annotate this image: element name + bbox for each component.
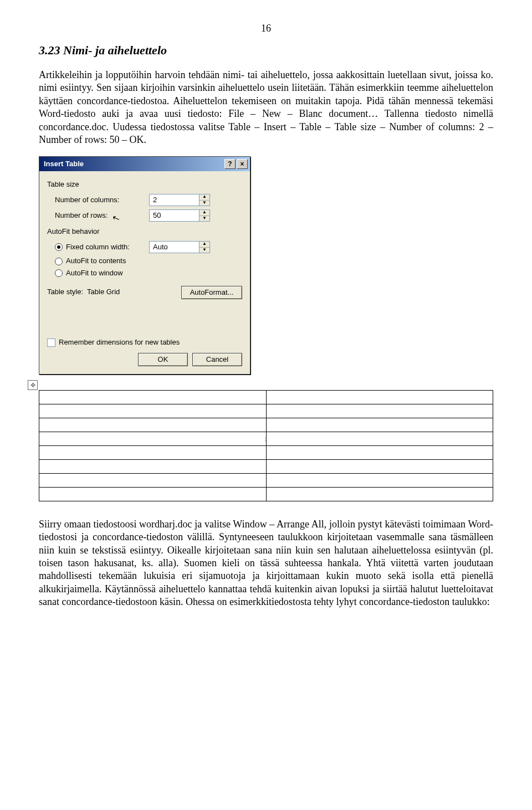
label-rows: Number of rows: ↖ [47, 211, 149, 221]
fixed-width-input[interactable]: Auto ▲ ▼ [149, 241, 210, 253]
table-move-handle-icon[interactable]: ✥ [28, 380, 38, 390]
spin-down-icon[interactable]: ▼ [200, 216, 209, 222]
table-row[interactable] [39, 404, 493, 418]
remember-checkbox[interactable] [47, 339, 55, 347]
label-table-style: Table style: Table Grid [47, 288, 120, 297]
table-row[interactable] [39, 445, 493, 459]
row-resize-icon[interactable]: ↕ [264, 434, 268, 444]
label-autofit-contents: AutoFit to contents [66, 257, 126, 266]
spin-down-icon[interactable]: ▼ [200, 201, 209, 206]
radio-autofit-contents[interactable] [55, 258, 63, 265]
table-row[interactable] [39, 487, 493, 501]
insert-table-dialog: Insert Table ? × Table size Number of co… [39, 156, 250, 374]
group-autofit: AutoFit behavior [47, 227, 242, 237]
fixed-width-value[interactable]: Auto [149, 241, 199, 253]
help-icon[interactable]: ? [224, 159, 236, 169]
rows-input[interactable]: 50 ▲ ▼ [149, 209, 210, 222]
radio-autofit-window[interactable] [55, 269, 63, 277]
close-icon[interactable]: × [237, 159, 248, 169]
label-autofit-window: AutoFit to window [66, 269, 123, 278]
table-row[interactable] [39, 390, 493, 404]
section-heading: 3.23 Nimi- ja aiheluettelo [39, 43, 493, 59]
dialog-title: Insert Table [44, 160, 84, 169]
page-number: 16 [39, 22, 493, 35]
doc-table-preview: ✥ ↕ [39, 390, 493, 501]
table-row[interactable] [39, 473, 493, 487]
autoformat-button[interactable]: AutoFormat... [181, 286, 242, 299]
label-fixed-width: Fixed column width: [66, 243, 130, 252]
label-remember: Remember dimensions for new tables [59, 338, 180, 347]
dialog-titlebar: Insert Table ? × [39, 157, 250, 171]
table-row[interactable] [39, 418, 493, 432]
ok-button[interactable]: OK [138, 353, 188, 366]
cursor-icon: ↖ [111, 212, 121, 225]
paragraph-1: Artikkeleihin ja lopputöihin harvoin teh… [39, 69, 493, 146]
columns-value[interactable]: 2 [149, 194, 199, 206]
table-row[interactable] [39, 459, 493, 473]
rows-value[interactable]: 50 [149, 209, 199, 222]
group-table-size: Table size [47, 180, 242, 189]
blank-table[interactable] [39, 390, 493, 501]
cancel-button[interactable]: Cancel [192, 353, 242, 366]
radio-fixed[interactable] [55, 243, 63, 251]
paragraph-2: Siirry omaan tiedostoosi wordharj.doc ja… [39, 518, 493, 609]
columns-input[interactable]: 2 ▲ ▼ [149, 194, 210, 206]
spin-down-icon[interactable]: ▼ [200, 248, 209, 253]
label-columns: Number of columns: [47, 196, 149, 205]
